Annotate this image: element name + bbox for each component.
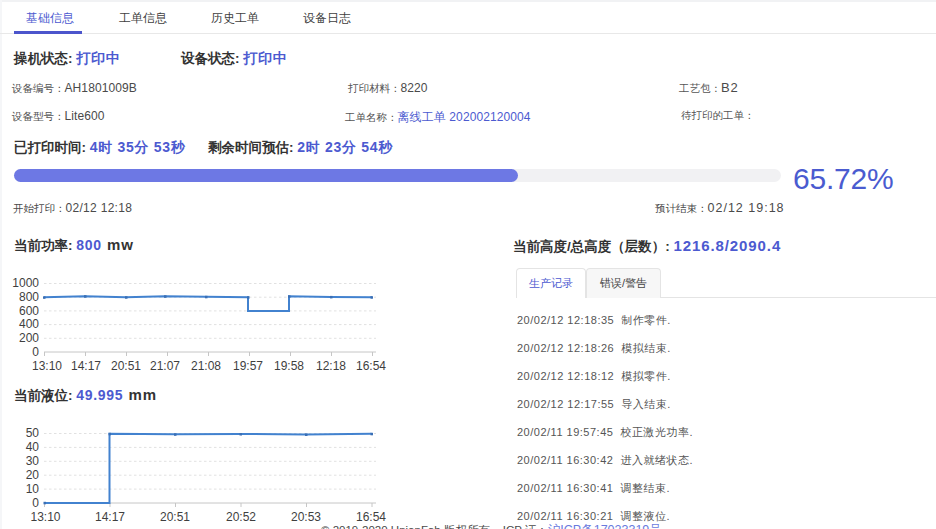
svg-text:50: 50 — [26, 426, 40, 440]
svg-text:400: 400 — [19, 317, 39, 331]
svg-text:200: 200 — [19, 331, 39, 345]
svg-text:10: 10 — [26, 482, 40, 496]
svg-text:1000: 1000 — [12, 276, 39, 290]
svg-text:21:08: 21:08 — [191, 359, 221, 373]
svg-text:0: 0 — [32, 345, 39, 359]
svg-text:30: 30 — [26, 454, 40, 468]
svg-text:19:57: 19:57 — [233, 359, 263, 373]
svg-text:14:17: 14:17 — [71, 359, 101, 373]
svg-text:40: 40 — [26, 440, 40, 454]
svg-text:19:58: 19:58 — [274, 359, 304, 373]
svg-text:16:54: 16:54 — [356, 359, 386, 373]
svg-text:13:10: 13:10 — [32, 359, 62, 373]
svg-text:0: 0 — [32, 496, 39, 510]
svg-text:20: 20 — [26, 468, 40, 482]
svg-text:600: 600 — [19, 304, 39, 318]
svg-text:21:07: 21:07 — [150, 359, 180, 373]
svg-text:12:18: 12:18 — [316, 359, 346, 373]
svg-text:800: 800 — [19, 290, 39, 304]
svg-text:20:51: 20:51 — [111, 359, 141, 373]
